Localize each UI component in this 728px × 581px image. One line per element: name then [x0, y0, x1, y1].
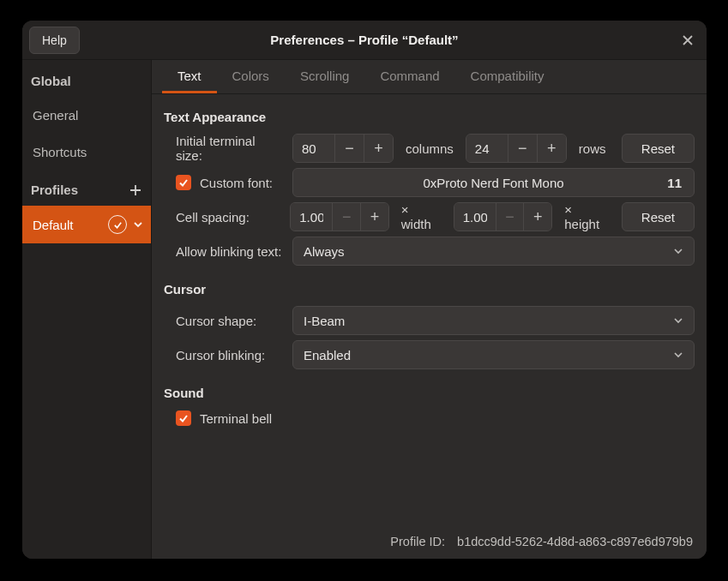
cell-width-stepper[interactable]: − +	[290, 202, 389, 231]
tab-scrolling[interactable]: Scrolling	[285, 60, 365, 93]
sidebar-item-profile-default[interactable]: Default	[22, 206, 151, 243]
profiles-label: Profiles	[31, 183, 78, 197]
columns-unit: columns	[402, 141, 457, 156]
cursor-shape-select[interactable]: I-Beam	[292, 306, 695, 335]
rows-stepper[interactable]: − +	[466, 134, 567, 163]
blink-text-select[interactable]: Always	[292, 237, 695, 266]
cell-height-input[interactable]	[454, 203, 496, 231]
row-blink-text: Allow blinking text: Always	[164, 234, 695, 268]
tab-text[interactable]: Text	[162, 60, 217, 93]
check-icon	[178, 413, 189, 423]
profile-id-label: Profile ID:	[390, 535, 445, 548]
preferences-window: Help Preferences – Profile “Default” Glo…	[22, 21, 707, 559]
sidebar: Global General Shortcuts Profiles Defaul…	[22, 60, 152, 559]
sidebar-heading-global: Global	[22, 62, 151, 97]
columns-decrement[interactable]: −	[334, 135, 364, 162]
section-text-appearance: Text Appearance	[164, 105, 695, 131]
active-profile-icon	[108, 215, 127, 234]
tab-command[interactable]: Command	[364, 60, 454, 93]
cell-height-increment[interactable]: +	[523, 203, 551, 231]
profile-id-footer: Profile ID: b1dcc9dd-5262-4d8d-a863-c897…	[164, 526, 695, 552]
profile-id-value: b1dcc9dd-5262-4d8d-a863-c897e6d979b9	[457, 535, 693, 548]
reset-cell-button[interactable]: Reset	[622, 202, 695, 231]
label-custom-font-wrap: Custom font:	[164, 175, 284, 190]
label-initial-size: Initial terminal size:	[164, 134, 284, 163]
label-terminal-bell: Terminal bell	[200, 411, 272, 426]
cell-height-decrement[interactable]: −	[496, 203, 524, 231]
cursor-shape-value: I-Beam	[304, 314, 345, 328]
width-unit: × width	[398, 202, 445, 231]
tab-colors[interactable]: Colors	[217, 60, 285, 93]
font-chooser-button[interactable]: 0xProto Nerd Font Mono 11	[292, 168, 695, 197]
row-terminal-bell: Terminal bell	[164, 407, 695, 426]
rows-increment[interactable]: +	[537, 135, 566, 162]
check-icon	[178, 177, 189, 188]
label-cell-spacing: Cell spacing:	[164, 210, 281, 225]
blink-text-value: Always	[304, 244, 345, 259]
rows-input[interactable]	[466, 135, 508, 162]
font-name: 0xProto Nerd Font Mono	[423, 176, 563, 190]
cell-width-input[interactable]	[291, 203, 332, 231]
help-button[interactable]: Help	[29, 27, 80, 54]
columns-stepper[interactable]: − +	[292, 134, 394, 163]
cursor-blinking-select[interactable]: Enabled	[292, 340, 695, 369]
columns-increment[interactable]: +	[364, 135, 393, 162]
profile-name: Default	[33, 218, 103, 232]
chevron-down-icon	[673, 246, 683, 256]
rows-unit: rows	[575, 141, 610, 156]
columns-input[interactable]	[293, 135, 334, 162]
terminal-bell-checkbox[interactable]	[176, 410, 191, 426]
label-cursor-shape: Cursor shape:	[164, 314, 284, 328]
add-profile-icon[interactable]	[129, 183, 142, 197]
window-title: Preferences – Profile “Default”	[22, 33, 707, 47]
chevron-down-icon[interactable]	[132, 219, 144, 231]
row-cursor-shape: Cursor shape: I-Beam	[164, 303, 695, 338]
cell-width-increment[interactable]: +	[360, 203, 388, 231]
tab-compatibility[interactable]: Compatibility	[455, 60, 560, 93]
close-button[interactable]	[676, 28, 700, 52]
tab-content: Text Appearance Initial terminal size: −…	[152, 94, 707, 559]
label-blink-text: Allow blinking text:	[164, 244, 284, 259]
custom-font-checkbox[interactable]	[176, 175, 191, 190]
tab-bar: Text Colors Scrolling Command Compatibil…	[152, 60, 707, 94]
rows-decrement[interactable]: −	[508, 135, 537, 162]
row-initial-size: Initial terminal size: − + columns − + r…	[164, 131, 695, 165]
section-cursor: Cursor	[164, 268, 695, 303]
titlebar: Help Preferences – Profile “Default”	[22, 21, 707, 60]
sidebar-heading-profiles: Profiles	[22, 171, 151, 206]
cell-width-decrement[interactable]: −	[332, 203, 360, 231]
row-cursor-blinking: Cursor blinking: Enabled	[164, 338, 695, 372]
sidebar-item-general[interactable]: General	[22, 97, 151, 134]
label-cursor-blinking: Cursor blinking:	[164, 348, 284, 362]
chevron-down-icon	[673, 315, 683, 326]
cell-height-stepper[interactable]: − +	[454, 202, 553, 231]
main-panel: Text Colors Scrolling Command Compatibil…	[152, 60, 707, 559]
row-cell-spacing: Cell spacing: − + × width − + × height R…	[164, 200, 695, 234]
sidebar-item-shortcuts[interactable]: Shortcuts	[22, 134, 151, 171]
section-sound: Sound	[164, 372, 695, 407]
close-icon	[683, 35, 693, 45]
reset-size-button[interactable]: Reset	[622, 134, 695, 163]
font-size: 11	[667, 176, 682, 190]
height-unit: × height	[561, 202, 613, 231]
cursor-blinking-value: Enabled	[304, 348, 351, 362]
label-custom-font: Custom font:	[200, 176, 273, 190]
chevron-down-icon	[673, 350, 683, 360]
row-custom-font: Custom font: 0xProto Nerd Font Mono 11	[164, 165, 695, 200]
window-body: Global General Shortcuts Profiles Defaul…	[22, 60, 707, 559]
